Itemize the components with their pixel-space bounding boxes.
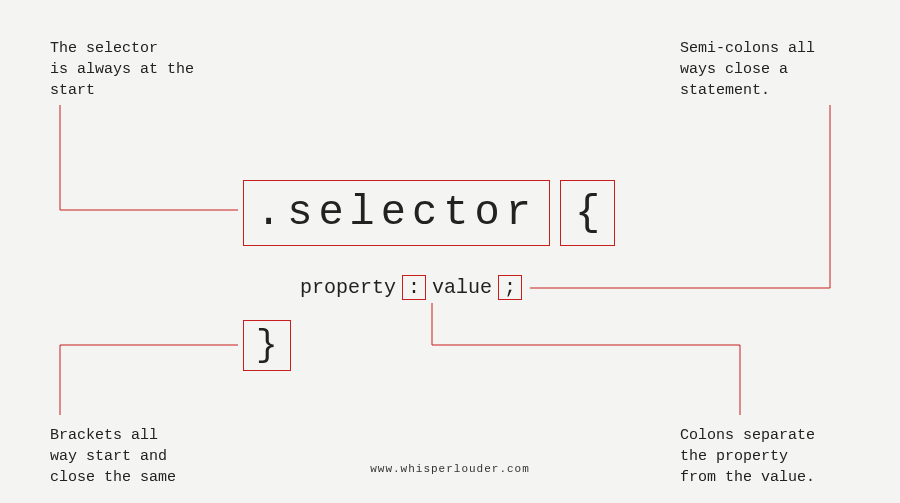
- code-property: property: [300, 276, 396, 299]
- code-colon-box: :: [402, 275, 426, 300]
- code-brace-open-box: {: [560, 180, 615, 246]
- code-semicolon-box: ;: [498, 275, 522, 300]
- annotation-colon: Colons separatethe propertyfrom the valu…: [680, 425, 815, 488]
- code-brace-close-box: }: [243, 320, 291, 371]
- code-selector-box: .selector: [243, 180, 550, 246]
- annotation-semicolon: Semi-colons allways close astatement.: [680, 38, 815, 101]
- footer-url: www.whisperlouder.com: [0, 463, 900, 475]
- annotation-brackets: Brackets allway start andclose the same: [50, 425, 176, 488]
- code-declaration-line: property : value ;: [300, 275, 522, 300]
- code-value: value: [432, 276, 492, 299]
- annotation-selector: The selectoris always at thestart: [50, 38, 194, 101]
